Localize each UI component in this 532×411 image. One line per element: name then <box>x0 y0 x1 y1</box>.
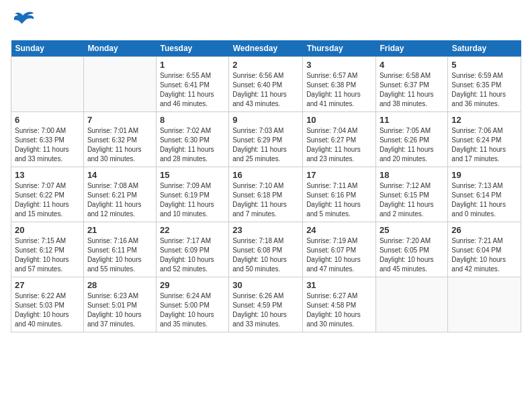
calendar-cell: 25Sunrise: 7:20 AM Sunset: 6:05 PM Dayli… <box>375 222 447 277</box>
day-info: Sunrise: 6:59 AM Sunset: 6:35 PM Dayligh… <box>451 71 517 109</box>
day-number: 2 <box>232 60 299 70</box>
calendar-cell: 30Sunrise: 6:26 AM Sunset: 4:59 PM Dayli… <box>229 277 303 332</box>
calendar-cell: 4Sunrise: 6:58 AM Sunset: 6:37 PM Daylig… <box>375 57 447 112</box>
day-number: 30 <box>232 280 299 290</box>
day-number: 5 <box>451 60 517 70</box>
day-number: 17 <box>306 170 372 180</box>
calendar-week-row: 1Sunrise: 6:55 AM Sunset: 6:41 PM Daylig… <box>11 57 521 112</box>
day-number: 24 <box>306 225 372 235</box>
day-number: 27 <box>15 280 80 290</box>
calendar-cell: 28Sunrise: 6:23 AM Sunset: 5:01 PM Dayli… <box>83 277 156 332</box>
day-header-tuesday: Tuesday <box>156 40 228 57</box>
day-info: Sunrise: 6:23 AM Sunset: 5:01 PM Dayligh… <box>87 291 152 329</box>
day-number: 7 <box>87 115 152 125</box>
calendar-cell: 23Sunrise: 7:18 AM Sunset: 6:08 PM Dayli… <box>229 222 303 277</box>
day-number: 3 <box>306 60 372 70</box>
day-info: Sunrise: 7:12 AM Sunset: 6:15 PM Dayligh… <box>380 181 444 219</box>
day-number: 26 <box>451 225 517 235</box>
calendar-cell <box>448 277 521 332</box>
calendar-cell: 7Sunrise: 7:01 AM Sunset: 6:32 PM Daylig… <box>83 112 156 167</box>
calendar-cell: 15Sunrise: 7:09 AM Sunset: 6:19 PM Dayli… <box>156 167 228 222</box>
calendar-week-row: 27Sunrise: 6:22 AM Sunset: 5:03 PM Dayli… <box>11 277 521 332</box>
day-info: Sunrise: 6:56 AM Sunset: 6:40 PM Dayligh… <box>232 71 299 109</box>
calendar-cell: 6Sunrise: 7:00 AM Sunset: 6:33 PM Daylig… <box>11 112 84 167</box>
calendar-cell: 17Sunrise: 7:11 AM Sunset: 6:16 PM Dayli… <box>303 167 376 222</box>
day-info: Sunrise: 7:10 AM Sunset: 6:18 PM Dayligh… <box>232 181 299 219</box>
calendar-cell: 2Sunrise: 6:56 AM Sunset: 6:40 PM Daylig… <box>229 57 303 112</box>
day-number: 29 <box>160 280 225 290</box>
day-info: Sunrise: 7:20 AM Sunset: 6:05 PM Dayligh… <box>380 236 444 274</box>
day-number: 8 <box>160 115 225 125</box>
calendar-cell <box>83 57 156 112</box>
day-header-thursday: Thursday <box>303 40 376 57</box>
day-number: 1 <box>160 60 225 70</box>
calendar-cell: 12Sunrise: 7:06 AM Sunset: 6:24 PM Dayli… <box>448 112 521 167</box>
day-header-wednesday: Wednesday <box>229 40 303 57</box>
day-info: Sunrise: 7:04 AM Sunset: 6:27 PM Dayligh… <box>306 126 372 164</box>
calendar-week-row: 13Sunrise: 7:07 AM Sunset: 6:22 PM Dayli… <box>11 167 521 222</box>
day-number: 4 <box>380 60 444 70</box>
calendar-cell: 10Sunrise: 7:04 AM Sunset: 6:27 PM Dayli… <box>303 112 376 167</box>
day-number: 20 <box>15 225 80 235</box>
calendar-cell: 19Sunrise: 7:13 AM Sunset: 6:14 PM Dayli… <box>448 167 521 222</box>
day-header-saturday: Saturday <box>448 40 521 57</box>
calendar-table: SundayMondayTuesdayWednesdayThursdayFrid… <box>11 40 521 332</box>
day-info: Sunrise: 7:06 AM Sunset: 6:24 PM Dayligh… <box>451 126 517 164</box>
day-info: Sunrise: 7:05 AM Sunset: 6:26 PM Dayligh… <box>380 126 444 164</box>
day-number: 12 <box>451 115 517 125</box>
day-number: 22 <box>160 225 225 235</box>
day-info: Sunrise: 7:11 AM Sunset: 6:16 PM Dayligh… <box>306 181 372 219</box>
day-number: 31 <box>306 280 372 290</box>
calendar-cell: 29Sunrise: 6:24 AM Sunset: 5:00 PM Dayli… <box>156 277 228 332</box>
calendar-cell: 31Sunrise: 6:27 AM Sunset: 4:58 PM Dayli… <box>303 277 376 332</box>
day-header-monday: Monday <box>83 40 156 57</box>
day-number: 16 <box>232 170 299 180</box>
calendar-cell: 3Sunrise: 6:57 AM Sunset: 6:38 PM Daylig… <box>303 57 376 112</box>
day-number: 23 <box>232 225 299 235</box>
day-number: 6 <box>15 115 80 125</box>
day-number: 19 <box>451 170 517 180</box>
day-number: 28 <box>87 280 152 290</box>
calendar-cell: 16Sunrise: 7:10 AM Sunset: 6:18 PM Dayli… <box>229 167 303 222</box>
calendar-cell: 27Sunrise: 6:22 AM Sunset: 5:03 PM Dayli… <box>11 277 84 332</box>
day-info: Sunrise: 7:18 AM Sunset: 6:08 PM Dayligh… <box>232 236 299 274</box>
day-info: Sunrise: 6:27 AM Sunset: 4:58 PM Dayligh… <box>306 291 372 329</box>
day-header-friday: Friday <box>375 40 447 57</box>
day-info: Sunrise: 7:08 AM Sunset: 6:21 PM Dayligh… <box>87 181 152 219</box>
calendar-cell <box>11 57 84 112</box>
day-info: Sunrise: 7:15 AM Sunset: 6:12 PM Dayligh… <box>15 236 80 274</box>
page-header <box>11 11 521 32</box>
calendar-cell: 21Sunrise: 7:16 AM Sunset: 6:11 PM Dayli… <box>83 222 156 277</box>
day-info: Sunrise: 7:02 AM Sunset: 6:30 PM Dayligh… <box>160 126 225 164</box>
day-info: Sunrise: 7:16 AM Sunset: 6:11 PM Dayligh… <box>87 236 152 274</box>
day-info: Sunrise: 6:57 AM Sunset: 6:38 PM Dayligh… <box>306 71 372 109</box>
calendar-cell: 11Sunrise: 7:05 AM Sunset: 6:26 PM Dayli… <box>375 112 447 167</box>
calendar-cell: 14Sunrise: 7:08 AM Sunset: 6:21 PM Dayli… <box>83 167 156 222</box>
logo <box>11 11 38 32</box>
day-info: Sunrise: 6:22 AM Sunset: 5:03 PM Dayligh… <box>15 291 80 329</box>
day-number: 21 <box>87 225 152 235</box>
day-info: Sunrise: 6:58 AM Sunset: 6:37 PM Dayligh… <box>380 71 444 109</box>
day-number: 14 <box>87 170 152 180</box>
calendar-cell: 13Sunrise: 7:07 AM Sunset: 6:22 PM Dayli… <box>11 167 84 222</box>
calendar-cell: 8Sunrise: 7:02 AM Sunset: 6:30 PM Daylig… <box>156 112 228 167</box>
calendar-cell: 5Sunrise: 6:59 AM Sunset: 6:35 PM Daylig… <box>448 57 521 112</box>
calendar-week-row: 20Sunrise: 7:15 AM Sunset: 6:12 PM Dayli… <box>11 222 521 277</box>
day-header-sunday: Sunday <box>11 40 84 57</box>
day-info: Sunrise: 7:03 AM Sunset: 6:29 PM Dayligh… <box>232 126 299 164</box>
day-info: Sunrise: 7:01 AM Sunset: 6:32 PM Dayligh… <box>87 126 152 164</box>
day-number: 15 <box>160 170 225 180</box>
day-info: Sunrise: 6:24 AM Sunset: 5:00 PM Dayligh… <box>160 291 225 329</box>
logo-icon <box>11 11 35 32</box>
day-number: 11 <box>380 115 444 125</box>
calendar-cell: 20Sunrise: 7:15 AM Sunset: 6:12 PM Dayli… <box>11 222 84 277</box>
calendar-cell: 22Sunrise: 7:17 AM Sunset: 6:09 PM Dayli… <box>156 222 228 277</box>
day-info: Sunrise: 7:13 AM Sunset: 6:14 PM Dayligh… <box>451 181 517 219</box>
day-number: 25 <box>380 225 444 235</box>
calendar-cell: 24Sunrise: 7:19 AM Sunset: 6:07 PM Dayli… <box>303 222 376 277</box>
day-info: Sunrise: 7:21 AM Sunset: 6:04 PM Dayligh… <box>451 236 517 274</box>
day-number: 9 <box>232 115 299 125</box>
day-info: Sunrise: 7:00 AM Sunset: 6:33 PM Dayligh… <box>15 126 80 164</box>
day-info: Sunrise: 6:55 AM Sunset: 6:41 PM Dayligh… <box>160 71 225 109</box>
day-number: 10 <box>306 115 372 125</box>
